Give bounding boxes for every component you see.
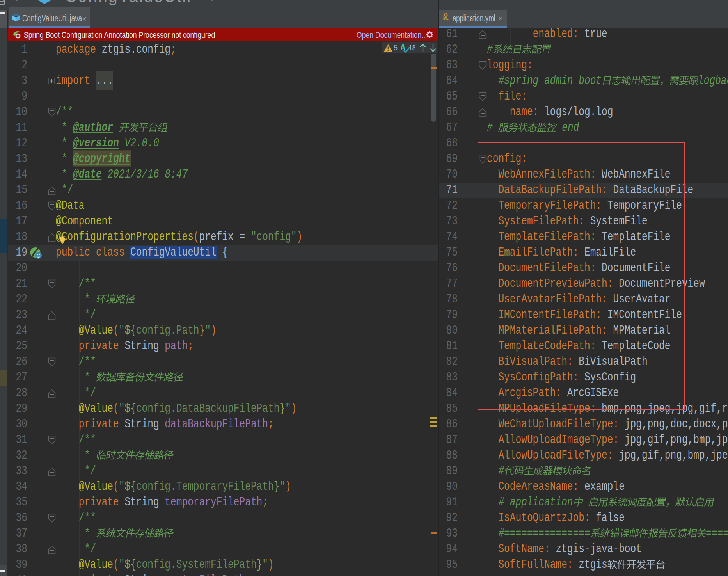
svg-text:C: C: [37, 253, 40, 259]
